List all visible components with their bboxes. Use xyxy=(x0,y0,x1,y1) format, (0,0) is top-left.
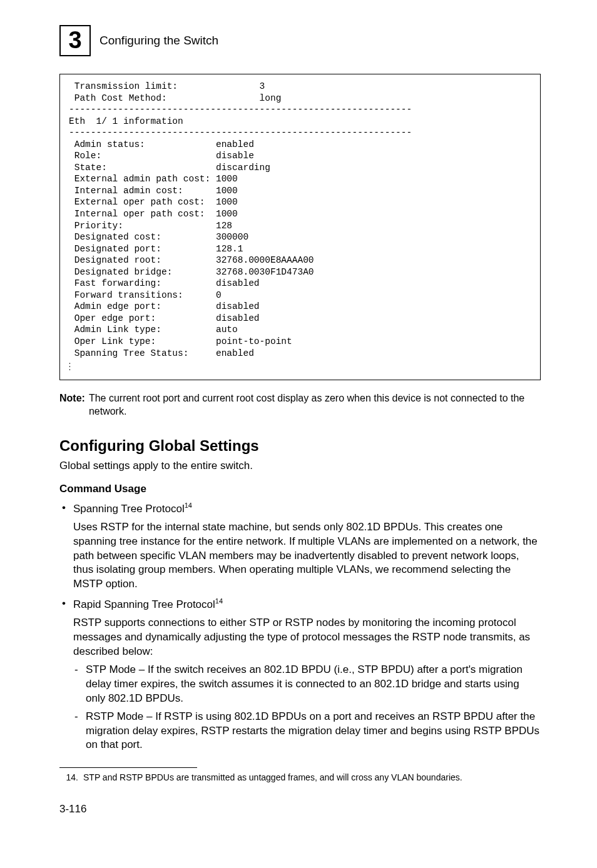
code-line: Oper Link type: point-to-point xyxy=(69,336,292,346)
cli-output-block: Transmission limit: 3 Path Cost Method: … xyxy=(59,74,541,380)
chapter-number: 3 xyxy=(68,25,81,56)
dash-item: STP Mode – If the switch receives an 802… xyxy=(73,663,541,706)
bullet-body: Uses RSTP for the internal state machine… xyxy=(73,520,541,592)
section-intro: Global settings apply to the entire swit… xyxy=(59,459,541,473)
chapter-number-box: 3 xyxy=(59,25,91,56)
code-line: Path Cost Method: long xyxy=(69,93,281,103)
code-line: ----------------------------------------… xyxy=(69,104,412,114)
code-line: Internal oper path cost: 1000 xyxy=(69,209,238,219)
code-line: Designated port: 128.1 xyxy=(69,244,243,254)
bullet-title: Rapid Spanning Tree Protocol xyxy=(73,598,215,610)
code-line: External admin path cost: 1000 xyxy=(69,174,238,184)
bullet-item: Spanning Tree Protocol14 Uses RSTP for t… xyxy=(59,501,541,592)
code-line: Admin edge port: disabled xyxy=(69,301,260,311)
code-line: Admin status: enabled xyxy=(69,139,254,149)
page-header: 3 Configuring the Switch xyxy=(59,25,541,56)
code-line: Role: disable xyxy=(69,151,254,161)
code-line: Priority: 128 xyxy=(69,221,232,231)
code-line: Admin Link type: auto xyxy=(69,325,238,335)
bullet-body: RSTP supports connections to either STP … xyxy=(73,616,541,659)
page-number: 3-116 xyxy=(59,802,541,816)
bullet-superscript: 14 xyxy=(215,597,223,605)
command-usage-heading: Command Usage xyxy=(59,482,541,496)
code-line: State: discarding xyxy=(69,163,270,173)
note-label: Note: xyxy=(59,391,89,418)
bullet-superscript: 14 xyxy=(185,502,192,509)
code-line: Designated root: 32768.0000E8AAAA00 xyxy=(69,255,314,265)
dash-item: RSTP Mode – If RSTP is using 802.1D BPDU… xyxy=(73,710,541,753)
code-line: Transmission limit: 3 xyxy=(69,81,265,91)
code-line: Fast forwarding: disabled xyxy=(69,278,260,288)
footnote-number: 14. xyxy=(59,772,83,784)
code-line: ----------------------------------------… xyxy=(69,128,412,138)
header-title: Configuring the Switch xyxy=(100,33,218,49)
code-line: Oper edge port: disabled xyxy=(69,313,260,323)
footnote-rule xyxy=(59,767,197,768)
code-line: External oper path cost: 1000 xyxy=(69,197,238,207)
footnote: 14. STP and RSTP BPDUs are transmitted a… xyxy=(59,772,541,784)
bullet-title: Spanning Tree Protocol xyxy=(73,503,185,515)
footnote-text: STP and RSTP BPDUs are transmitted as un… xyxy=(83,772,462,784)
code-line: Spanning Tree Status: enabled xyxy=(69,348,254,358)
code-line: Designated cost: 300000 xyxy=(69,232,248,242)
section-heading: Configuring Global Settings xyxy=(59,436,541,455)
code-ellipsis: ... xyxy=(69,359,70,368)
code-line: Forward transitions: 0 xyxy=(69,290,222,300)
note-block: Note: The current root port and current … xyxy=(59,391,541,418)
bullet-item: Rapid Spanning Tree Protocol14 RSTP supp… xyxy=(59,597,541,752)
code-line: Eth 1/ 1 information xyxy=(69,116,183,126)
code-line: Designated bridge: 32768.0030F1D473A0 xyxy=(69,267,314,277)
note-text: The current root port and current root c… xyxy=(89,391,541,418)
code-line: Internal admin cost: 1000 xyxy=(69,186,238,196)
